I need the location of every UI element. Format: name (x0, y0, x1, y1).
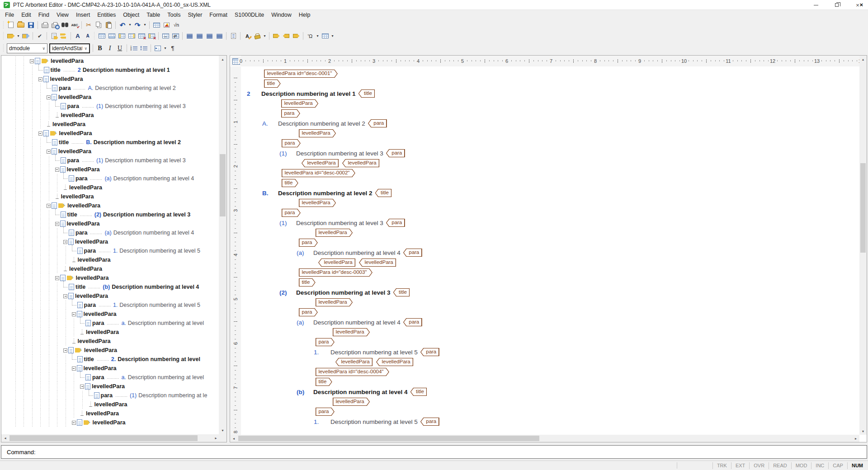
collapse-box[interactable] (72, 312, 76, 316)
insert-markup-button[interactable] (6, 31, 16, 41)
close-tag[interactable]: para (403, 249, 422, 257)
open-tag[interactable]: levelledPara (333, 398, 370, 406)
collapse-box[interactable] (47, 95, 51, 99)
table-delete-column-button[interactable] (146, 31, 156, 41)
indent-menu-button[interactable]: ▾ (163, 43, 168, 53)
collapsed-end-icon[interactable] (55, 194, 59, 199)
scroll-up-button[interactable]: ▴ (219, 56, 226, 63)
collapse-box[interactable] (38, 132, 42, 136)
menu-file[interactable]: File (1, 11, 18, 19)
scroll-down-button[interactable]: ▾ (219, 427, 226, 434)
collapsed-end-icon[interactable] (55, 113, 59, 118)
tree-item-levelledpara[interactable]: levelledPara (1, 409, 219, 418)
collapse-box[interactable] (55, 168, 59, 172)
tree-item-levelledpara[interactable]: +levelledPara (1, 129, 219, 138)
collapse-box[interactable] (72, 421, 76, 425)
tree-item-levelledpara[interactable]: levelledPara (1, 75, 219, 84)
open-tag[interactable]: title (282, 179, 298, 188)
previous-element-button[interactable] (271, 31, 281, 41)
table-insert-column-right-button[interactable] (127, 31, 137, 41)
close-tag[interactable]: title (393, 288, 410, 297)
goto-element-button[interactable] (291, 31, 301, 41)
menu-entities[interactable]: Entities (94, 11, 119, 19)
table-insert-row-below-button[interactable] (107, 31, 117, 41)
special-character-menu-button[interactable]: ▾ (315, 31, 320, 41)
menu-insert[interactable]: Insert (72, 11, 94, 19)
tree-item-title[interactable]: titleB.Description numbering at level 2 (1, 138, 219, 147)
close-tag[interactable]: levelledPara (302, 159, 339, 168)
table-merge-cells-button[interactable] (160, 31, 170, 41)
collapsed-end-icon[interactable] (89, 402, 93, 407)
open-tag[interactable]: para (299, 308, 318, 317)
open-tag[interactable]: para (282, 139, 301, 148)
open-tag[interactable]: levelledPara id="desc-0002" (282, 169, 355, 178)
open-tag[interactable]: title (299, 278, 316, 287)
tree-item-levelledpara[interactable]: levelledPara (1, 328, 219, 337)
chevron-down-icon[interactable]: ∨ (82, 46, 89, 51)
document-content[interactable]: levelledPara id="desc-0001"title2Descrip… (241, 66, 859, 435)
tree-item-para[interactable]: paraa.Description numbering at level (1, 373, 219, 382)
close-tag[interactable]: para (403, 318, 422, 327)
open-tag[interactable]: levelledPara id="desc-0004" (316, 368, 389, 376)
redo-menu-button[interactable]: ▾ (142, 20, 147, 30)
collapse-box[interactable] (55, 276, 59, 280)
tree-item-levelledpara[interactable]: levelledPara (1, 264, 219, 273)
tree-item-para[interactable]: para(a)Description numbering at level 4 (1, 228, 219, 237)
numbered-list-button[interactable] (129, 43, 139, 53)
close-tag[interactable]: title (410, 388, 427, 396)
insert-equation-button[interactable]: √n (171, 20, 181, 30)
special-character-button[interactable]: 'Ω (305, 31, 315, 41)
close-tag[interactable]: para (368, 119, 387, 128)
tree-item-levelledpara[interactable]: +levelledPara (1, 346, 219, 355)
tree-item-levelledpara[interactable]: levelledPara (1, 165, 219, 174)
tree-item-levelledpara[interactable]: levelledPara (1, 400, 219, 409)
tree-item-para[interactable]: paraa.Description numbering at level (1, 319, 219, 328)
edit-tag-button[interactable] (21, 31, 31, 41)
close-tag[interactable]: levelledPara (359, 258, 396, 267)
tree-vertical-scrollbar[interactable]: ▴ ▾ (219, 56, 226, 434)
tree-item-levelledpara[interactable]: levelledPara (1, 255, 219, 264)
scroll-right-button[interactable]: ▸ (212, 434, 220, 442)
open-tag[interactable]: levelledPara (299, 199, 336, 207)
tree-item-title[interactable]: title2.Description numbering at level (1, 355, 219, 364)
tree-item-levelledpara[interactable]: levelledPara (1, 147, 219, 156)
open-tag[interactable]: para (281, 109, 300, 118)
insert-markup-menu-button[interactable]: ▾ (16, 31, 21, 41)
close-tag[interactable]: para (420, 348, 439, 357)
menu-view[interactable]: View (53, 11, 72, 19)
align-center-button[interactable] (194, 31, 204, 41)
collapsed-end-icon[interactable] (72, 257, 76, 263)
print-button[interactable] (40, 20, 50, 30)
collapse-box[interactable] (47, 150, 51, 154)
tree-item-para[interactable]: para1.Description numbering at level 5 (1, 246, 219, 255)
align-right-button[interactable] (204, 31, 214, 41)
tree-item-levelledpara[interactable]: +levelledPara (1, 418, 219, 427)
document-vertical-scrollbar[interactable]: ▴ ▾ (859, 56, 867, 435)
close-tag[interactable]: para (386, 219, 405, 227)
underline-button[interactable]: U (115, 43, 125, 53)
collapse-box[interactable] (55, 222, 59, 226)
tree-item-levelledpara[interactable]: levelledPara (1, 237, 219, 246)
find-button[interactable] (60, 20, 70, 30)
indent-button[interactable] (153, 43, 163, 53)
table-insert-row-above-button[interactable] (97, 31, 107, 41)
tree-item-levelledpara[interactable]: +levelledPara (1, 273, 219, 282)
tree-item-levelledpara[interactable]: levelledPara (1, 192, 219, 201)
collapsed-end-icon[interactable] (63, 266, 67, 272)
collapsed-end-icon[interactable] (72, 338, 76, 344)
open-tag[interactable]: levelledPara (281, 99, 318, 108)
split-element-button[interactable] (59, 31, 69, 41)
open-button[interactable] (16, 20, 26, 30)
document-horizontal-scroll-thumb[interactable] (238, 436, 539, 441)
close-tag[interactable]: levelledPara (376, 358, 413, 367)
font-larger-button[interactable]: A (73, 31, 83, 41)
element-combo[interactable]: dmodule∨ (7, 43, 47, 53)
open-tag[interactable]: levelledPara (316, 298, 353, 307)
tree-item-para[interactable]: para(a)Description numbering at level 4 (1, 174, 219, 183)
align-left-button[interactable] (184, 31, 194, 41)
menu-format[interactable]: Format (206, 11, 231, 19)
tree-item-levelledpara[interactable]: levelledPara (1, 120, 219, 129)
menu-edit[interactable]: Edit (18, 11, 35, 19)
table-insert-column-left-button[interactable] (117, 31, 127, 41)
open-tag[interactable]: para (299, 239, 318, 247)
